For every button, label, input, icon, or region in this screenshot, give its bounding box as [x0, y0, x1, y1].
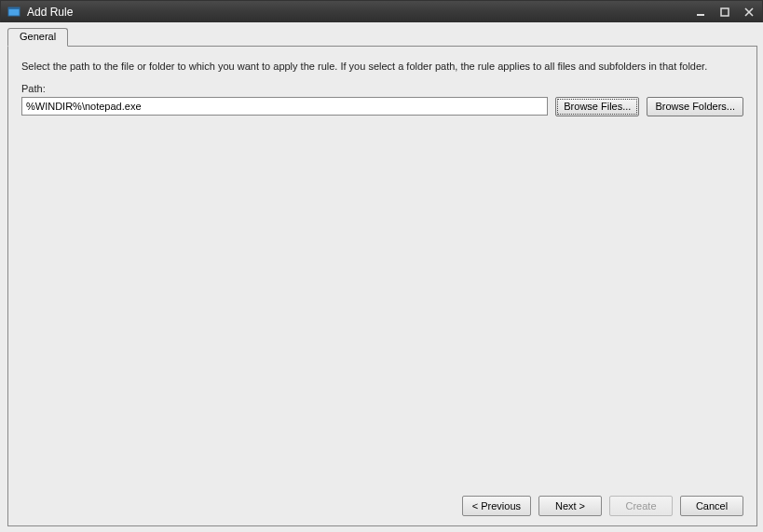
tab-general[interactable]: General	[7, 28, 68, 47]
browse-files-button[interactable]: Browse Files...	[555, 97, 639, 116]
window-title: Add Rule	[27, 6, 691, 19]
titlebar: Add Rule	[1, 1, 762, 23]
svg-rect-2	[697, 14, 704, 16]
cancel-button[interactable]: Cancel	[680, 496, 743, 516]
path-row: Browse Files... Browse Folders...	[21, 97, 743, 116]
close-button[interactable]	[740, 5, 758, 20]
svg-rect-3	[721, 8, 729, 16]
window-controls	[691, 5, 758, 20]
maximize-button[interactable]	[715, 5, 734, 20]
description-text: Select the path to the file or folder to…	[21, 60, 743, 74]
wizard-footer: < Previous Next > Create Cancel	[21, 488, 743, 516]
app-icon	[7, 5, 21, 20]
previous-button[interactable]: < Previous	[462, 496, 531, 516]
client-area: General Select the path to the file or f…	[0, 22, 763, 532]
path-input[interactable]	[21, 97, 548, 116]
next-button[interactable]: Next >	[538, 496, 602, 516]
tab-strip: General	[7, 28, 757, 47]
create-button[interactable]: Create	[609, 496, 673, 516]
minimize-button[interactable]	[691, 5, 710, 20]
path-label: Path:	[21, 83, 743, 94]
svg-rect-1	[8, 7, 20, 9]
tab-panel-general: Select the path to the file or folder to…	[7, 46, 757, 526]
browse-folders-button[interactable]: Browse Folders...	[647, 97, 743, 116]
